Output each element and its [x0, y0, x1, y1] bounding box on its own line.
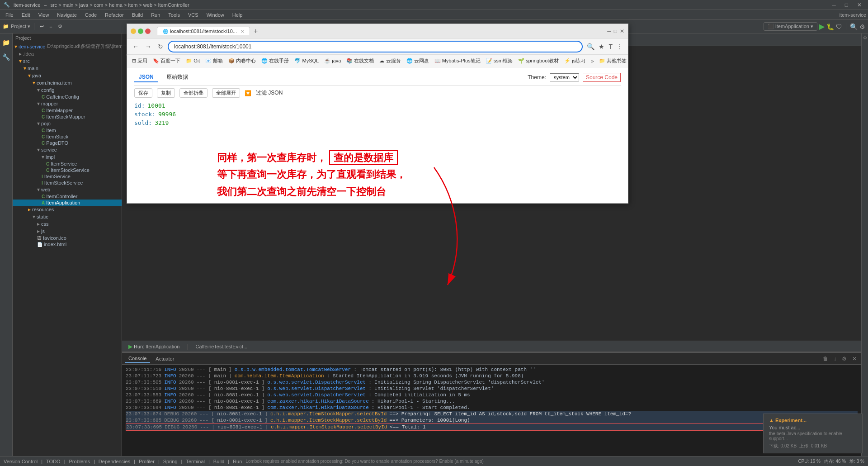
status-build[interactable]: Build — [213, 459, 224, 464]
tree-item-item-stock-service-impl[interactable]: C ItemStockService — [13, 167, 122, 173]
bookmark-js[interactable]: ⚡ js练习 — [563, 57, 587, 65]
console-scroll-btn[interactable]: ↓ — [832, 355, 838, 363]
browser-new-tab-btn[interactable]: + — [251, 26, 260, 36]
bookmark-more[interactable]: » — [590, 58, 595, 64]
json-collapse-btn[interactable]: 全部折叠 — [179, 88, 208, 98]
tree-item-static[interactable]: ▾ static — [13, 213, 122, 220]
bookmark-folder[interactable]: 📁 其他书签 — [598, 57, 628, 65]
tree-item-pojo[interactable]: ▾ pojo — [13, 120, 122, 127]
browser-window-minimize[interactable]: ─ — [607, 28, 611, 34]
console-tab-console[interactable]: Console — [125, 355, 150, 363]
nav-icon-more[interactable]: ⋮ — [615, 42, 624, 51]
browser-window-restore[interactable]: □ — [614, 28, 617, 34]
tree-item-mapper[interactable]: ▾ mapper — [13, 100, 122, 107]
tree-item-item[interactable]: C Item — [13, 127, 122, 133]
json-tab-json[interactable]: JSON — [134, 72, 158, 82]
nav-icon-bookmark[interactable]: ★ — [597, 42, 606, 51]
menu-view[interactable]: View — [35, 11, 53, 19]
tree-item-index[interactable]: 📄 index.html — [13, 241, 122, 247]
run-config-dropdown[interactable]: ⬛ ItemApplication ▾ — [764, 22, 817, 31]
nav-forward-btn[interactable]: → — [143, 42, 153, 51]
run-button[interactable]: ▶ — [819, 22, 825, 31]
bookmark-neijuan[interactable]: 📦 内卷中心 — [227, 57, 257, 65]
browser-btn-max[interactable] — [138, 29, 143, 34]
bookmark-online-doc[interactable]: 📚 在线文档 — [345, 57, 375, 65]
console-clear-btn[interactable]: 🗑 — [821, 355, 830, 363]
run-app-name[interactable]: ItemApplication — [146, 344, 179, 349]
tree-item-service[interactable]: ▾ service — [13, 146, 122, 153]
bookmark-mybatis[interactable]: 📖 Mybatis-Plus笔记 — [433, 57, 482, 65]
tree-item-item-mapper[interactable]: C ItemMapper — [13, 107, 122, 114]
menu-edit[interactable]: Edit — [18, 11, 34, 19]
console-output[interactable]: 23:07:11:716 INFO 20260 --- [main] o.s.b… — [122, 365, 861, 456]
tree-item-item-service[interactable]: ▾ item-service D:\springcloud\多级缓存升级\(it… — [13, 43, 122, 50]
json-filter-label[interactable]: 过滤 JSON — [256, 89, 283, 97]
menu-navigate[interactable]: Navigate — [53, 11, 80, 19]
console-tab-actuator[interactable]: Actuator — [152, 355, 178, 362]
url-bar[interactable] — [168, 41, 583, 52]
run-tab-run[interactable]: ▶ Run: ItemApplication — [125, 342, 183, 351]
bookmark-apps[interactable]: ⊞ 应用 — [131, 57, 149, 65]
tree-item-favicon[interactable]: 🖼 favicon.ico — [13, 235, 122, 241]
json-copy-btn[interactable]: 复制 — [157, 88, 175, 98]
json-tab-raw[interactable]: 原始数据 — [162, 72, 193, 82]
status-terminal[interactable]: Terminal — [186, 459, 205, 464]
json-expand-btn[interactable]: 全部展开 — [212, 88, 240, 98]
status-run[interactable]: Run — [233, 459, 242, 464]
tree-item-src[interactable]: ▾ src — [13, 57, 122, 65]
menu-code[interactable]: Code — [81, 11, 100, 19]
bookmark-mysql[interactable]: 🐬 MySQL — [293, 57, 320, 64]
status-spring[interactable]: Spring — [163, 459, 178, 464]
tree-item-item-stock-mapper[interactable]: C ItemStockMapper — [13, 114, 122, 120]
bookmark-cloud[interactable]: ☁ 云服务 — [378, 57, 402, 65]
menu-refactor[interactable]: Refactor — [101, 11, 127, 19]
status-todo[interactable]: TODO — [46, 459, 61, 464]
run-tab-caffeine[interactable]: CaffeineTest.testEvict... — [192, 343, 251, 350]
window-close[interactable]: ✕ — [854, 1, 864, 9]
theme-select[interactable]: system light dark — [550, 73, 579, 81]
tree-item-item-application[interactable]: A ItemApplication — [13, 200, 122, 206]
tree-item-idea[interactable]: ▸ .idea — [13, 50, 122, 57]
tree-item-page-dto[interactable]: C PageDTO — [13, 140, 122, 146]
menu-build[interactable]: Build — [128, 11, 146, 19]
menu-vcs[interactable]: VCS — [184, 11, 202, 19]
nav-refresh-btn[interactable]: ↻ — [156, 42, 165, 51]
console-close-btn[interactable]: ✕ — [850, 355, 859, 363]
console-settings-btn[interactable]: ⚙ — [840, 355, 849, 363]
debug-button[interactable]: 🐛 — [826, 23, 834, 30]
status-profiler[interactable]: Profiler — [139, 459, 155, 464]
tree-item-item-controller[interactable]: C ItemController — [13, 193, 122, 200]
menu-run[interactable]: Run — [147, 11, 164, 19]
bookmark-baidu[interactable]: 🔖 百度一下 — [151, 57, 182, 65]
tree-item-css[interactable]: ▸ css — [13, 220, 122, 228]
toolbar-btn-3[interactable]: ⚙ — [56, 23, 64, 30]
coverage-button[interactable]: 🛡 — [836, 23, 842, 30]
browser-window-close[interactable]: ✕ — [620, 28, 624, 34]
settings-btn[interactable]: ⚙ — [859, 23, 865, 30]
tree-item-web[interactable]: ▾ web — [13, 186, 122, 193]
tree-item-resources[interactable]: ▸ resources — [13, 206, 122, 213]
window-maximize[interactable]: □ — [842, 1, 851, 9]
nav-icon-translate[interactable]: T — [607, 42, 614, 51]
browser-tab-close-btn[interactable]: ✕ — [241, 29, 244, 34]
toolbar-btn-2[interactable]: ≡ — [47, 23, 54, 30]
menu-window[interactable]: Window — [203, 11, 228, 19]
browser-btn-close[interactable] — [145, 29, 151, 34]
tree-item-impl[interactable]: ▾ impl — [13, 153, 122, 161]
tree-item-main[interactable]: ▾ main — [13, 65, 122, 72]
window-minimize[interactable]: ─ — [829, 1, 839, 9]
left-icon-project[interactable]: 📁 — [0, 37, 12, 48]
toolbar-btn-1[interactable]: ↩ — [38, 23, 46, 30]
nav-back-btn[interactable]: ← — [131, 42, 141, 51]
browser-btn-back[interactable] — [131, 29, 136, 34]
tree-item-js[interactable]: ▸ js — [13, 228, 122, 235]
bookmark-yunwang[interactable]: 🌐 云网盘 — [405, 57, 430, 65]
status-dependencies[interactable]: Dependencies — [99, 459, 130, 464]
search-btn[interactable]: 🔍 — [850, 23, 858, 30]
bookmark-online[interactable]: 🌐 在线手册 — [260, 57, 290, 65]
tree-item-item-service-impl[interactable]: C ItemService — [13, 161, 122, 167]
tree-item-config[interactable]: ▾ config — [13, 86, 122, 94]
json-save-btn[interactable]: 保存 — [134, 88, 152, 98]
tree-item-item-stock-service-iface[interactable]: I ItemStockService — [13, 180, 122, 186]
left-icon-structure[interactable]: 🔧 — [0, 52, 12, 62]
